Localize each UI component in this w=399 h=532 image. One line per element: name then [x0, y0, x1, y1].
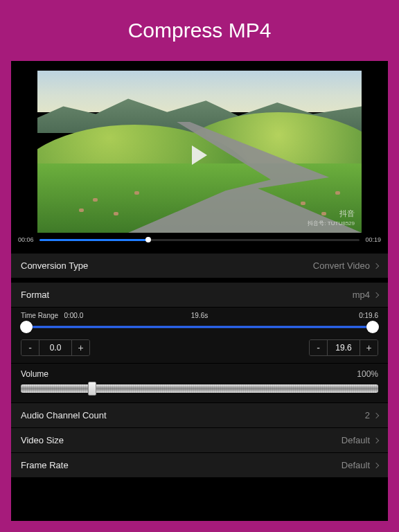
time-range-end: 0:19.6	[359, 312, 378, 319]
play-icon[interactable]	[192, 145, 207, 165]
stepper-start-value: 0.0	[39, 343, 71, 353]
progress-thumb[interactable]	[145, 237, 151, 242]
row-frame-rate[interactable]: Frame Rate Default	[11, 453, 388, 478]
page-title: Compress MP4	[0, 0, 399, 61]
time-range-mid: 19.6s	[191, 312, 208, 319]
row-label: Conversion Type	[21, 260, 88, 271]
row-label: Video Size	[21, 435, 64, 445]
time-range-block: Time Range 0:00.0 19.6s 0:19.6 - 0.0 + -…	[11, 308, 388, 364]
chevron-right-icon	[373, 263, 379, 268]
chevron-right-icon	[373, 412, 379, 418]
row-value: Default	[342, 435, 370, 445]
watermark-text: 抖音	[339, 209, 355, 219]
row-video-size[interactable]: Video Size Default	[11, 428, 388, 453]
volume-percent: 100%	[357, 369, 378, 379]
stepper-end-plus[interactable]: +	[360, 340, 378, 355]
volume-thumb[interactable]	[88, 382, 96, 396]
chevron-right-icon	[373, 292, 379, 297]
row-label: Format	[21, 290, 49, 300]
current-time: 00:06	[18, 236, 34, 243]
duration: 00:19	[365, 236, 381, 243]
row-value: Default	[342, 460, 370, 470]
volume-block: Volume 100%	[11, 364, 388, 403]
progress-fill	[39, 239, 148, 241]
progress-track[interactable]	[39, 239, 360, 241]
row-value: mp4	[353, 290, 370, 300]
time-range-slider[interactable]	[21, 320, 378, 334]
row-value: 2	[365, 410, 370, 420]
stepper-start: - 0.0 +	[21, 339, 90, 356]
stepper-start-minus[interactable]: -	[21, 340, 39, 355]
stepper-end-value: 19.6	[328, 343, 360, 353]
volume-slider[interactable]	[21, 384, 378, 393]
row-value: Convert Video	[313, 260, 370, 271]
stepper-start-plus[interactable]: +	[71, 340, 89, 355]
row-audio-channels[interactable]: Audio Channel Count 2	[11, 403, 388, 428]
video-player[interactable]: 抖音 抖音号: TUTU8529 00:06 00:19	[11, 61, 388, 249]
row-label: Audio Channel Count	[21, 410, 107, 420]
volume-label: Volume	[21, 369, 48, 379]
row-format[interactable]: Format mp4	[11, 283, 388, 308]
chevron-right-icon	[373, 437, 379, 443]
chevron-right-icon	[373, 462, 379, 468]
range-knob-start[interactable]	[20, 321, 33, 333]
app-screen: 抖音 抖音号: TUTU8529 00:06 00:19 Conversion …	[11, 61, 388, 521]
stepper-end: - 19.6 +	[309, 339, 378, 356]
row-conversion-type[interactable]: Conversion Type Convert Video	[11, 254, 388, 278]
time-range-label: Time Range	[21, 312, 58, 319]
row-label: Frame Rate	[21, 460, 69, 470]
video-timeline: 00:06 00:19	[11, 230, 388, 249]
range-knob-end[interactable]	[366, 321, 379, 333]
watermark-subtext: 抖音号: TUTU8529	[308, 220, 355, 227]
time-range-start: 0:00.0	[64, 312, 83, 319]
stepper-end-minus[interactable]: -	[310, 340, 328, 355]
